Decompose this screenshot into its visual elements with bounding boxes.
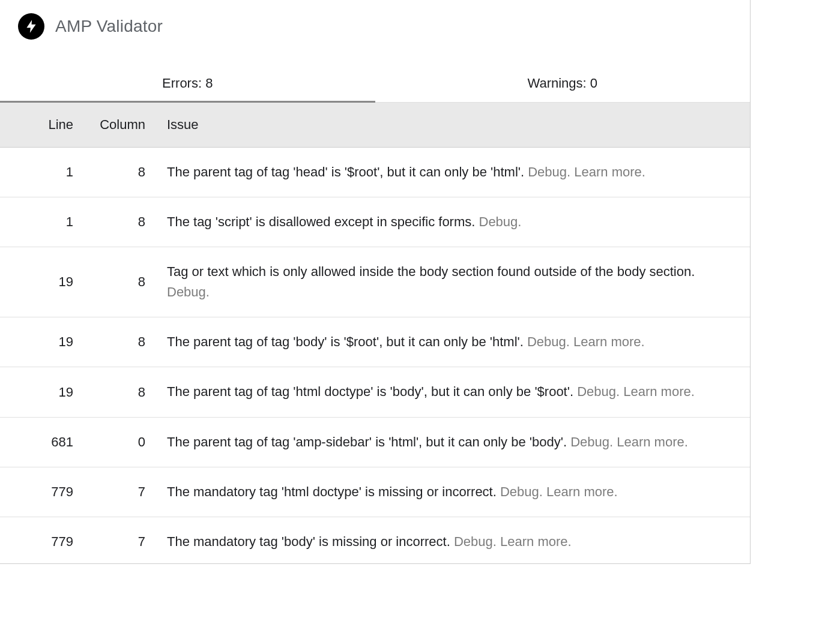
cell-issue: The parent tag of tag 'html doctype' is … bbox=[150, 382, 750, 402]
cell-line: 19 bbox=[0, 385, 78, 400]
issue-text: The tag 'script' is disallowed except in… bbox=[167, 214, 479, 229]
cell-line: 779 bbox=[0, 534, 78, 550]
main-scroll-viewport[interactable]: AMP Validator Errors: 8 Warnings: 0 Line… bbox=[0, 0, 751, 564]
learn-more-link[interactable]: Learn more bbox=[546, 484, 614, 499]
debug-link[interactable]: Debug bbox=[527, 334, 566, 349]
issue-text: The parent tag of tag 'amp-sidebar' is '… bbox=[167, 434, 570, 449]
cell-line: 681 bbox=[0, 434, 78, 450]
cell-column: 8 bbox=[78, 385, 150, 400]
table-row[interactable]: 198Tag or text which is only allowed ins… bbox=[0, 247, 750, 317]
table-row[interactable]: 198The parent tag of tag 'body' is '$roo… bbox=[0, 317, 750, 367]
table-row[interactable]: 18The parent tag of tag 'head' is '$root… bbox=[0, 148, 750, 197]
cell-issue: The parent tag of tag 'amp-sidebar' is '… bbox=[150, 432, 750, 452]
table-row[interactable]: 6810The parent tag of tag 'amp-sidebar' … bbox=[0, 418, 750, 467]
tab-warnings-label: Warnings: 0 bbox=[527, 76, 597, 91]
table-row[interactable]: 18The tag 'script' is disallowed except … bbox=[0, 197, 750, 247]
cell-line: 1 bbox=[0, 214, 78, 230]
issue-text: Tag or text which is only allowed inside… bbox=[167, 264, 695, 279]
cell-column: 8 bbox=[78, 164, 150, 180]
cell-issue: The mandatory tag 'body' is missing or i… bbox=[150, 532, 750, 552]
learn-more-link[interactable]: Learn more bbox=[574, 164, 642, 179]
table-row[interactable]: 198The parent tag of tag 'html doctype' … bbox=[0, 367, 750, 417]
issue-text: The parent tag of tag 'head' is '$root',… bbox=[167, 164, 528, 179]
issue-text: The mandatory tag 'html doctype' is miss… bbox=[167, 484, 500, 499]
learn-more-link[interactable]: Learn more bbox=[623, 384, 691, 399]
debug-link[interactable]: Debug bbox=[479, 214, 518, 229]
debug-link[interactable]: Debug bbox=[167, 284, 206, 299]
cell-line: 779 bbox=[0, 484, 78, 500]
table-header-line: Line bbox=[0, 117, 78, 133]
cell-column: 7 bbox=[78, 484, 150, 500]
debug-link[interactable]: Debug bbox=[454, 534, 493, 549]
cell-issue: The mandatory tag 'html doctype' is miss… bbox=[150, 482, 750, 502]
issue-text: The parent tag of tag 'html doctype' is … bbox=[167, 384, 577, 399]
cell-line: 19 bbox=[0, 334, 78, 350]
tabs-bar: Errors: 8 Warnings: 0 bbox=[0, 64, 750, 103]
table-header-issue: Issue bbox=[150, 117, 750, 133]
cell-issue: The parent tag of tag 'body' is '$root',… bbox=[150, 332, 750, 352]
tab-errors[interactable]: Errors: 8 bbox=[0, 64, 375, 102]
header: AMP Validator bbox=[0, 0, 750, 46]
learn-more-link[interactable]: Learn more bbox=[573, 334, 641, 349]
debug-link[interactable]: Debug bbox=[500, 484, 539, 499]
table-row[interactable]: 7797The mandatory tag 'body' is missing … bbox=[0, 517, 750, 564]
cell-column: 8 bbox=[78, 334, 150, 350]
cell-column: 8 bbox=[78, 274, 150, 290]
table-row[interactable]: 7797The mandatory tag 'html doctype' is … bbox=[0, 467, 750, 517]
issue-text: The parent tag of tag 'body' is '$root',… bbox=[167, 334, 527, 349]
cell-issue: Tag or text which is only allowed inside… bbox=[150, 262, 750, 302]
tab-errors-label: Errors: 8 bbox=[162, 76, 213, 91]
cell-issue: The tag 'script' is disallowed except in… bbox=[150, 212, 750, 232]
cell-issue: The parent tag of tag 'head' is '$root',… bbox=[150, 162, 750, 182]
learn-more-link[interactable]: Learn more bbox=[500, 534, 568, 549]
table-header-row: Line Column Issue bbox=[0, 103, 750, 148]
debug-link[interactable]: Debug bbox=[570, 434, 609, 449]
tab-warnings[interactable]: Warnings: 0 bbox=[375, 64, 751, 102]
cell-column: 7 bbox=[78, 534, 150, 550]
issue-text: The mandatory tag 'body' is missing or i… bbox=[167, 534, 454, 549]
app-title: AMP Validator bbox=[55, 17, 163, 36]
cell-column: 8 bbox=[78, 214, 150, 230]
table-header-column: Column bbox=[78, 117, 150, 133]
learn-more-link[interactable]: Learn more bbox=[617, 434, 684, 449]
cell-column: 0 bbox=[78, 434, 150, 450]
debug-link[interactable]: Debug bbox=[528, 164, 567, 179]
cell-line: 19 bbox=[0, 274, 78, 290]
debug-link[interactable]: Debug bbox=[577, 384, 616, 399]
cell-line: 1 bbox=[0, 164, 78, 180]
amp-lightning-icon bbox=[18, 13, 44, 40]
